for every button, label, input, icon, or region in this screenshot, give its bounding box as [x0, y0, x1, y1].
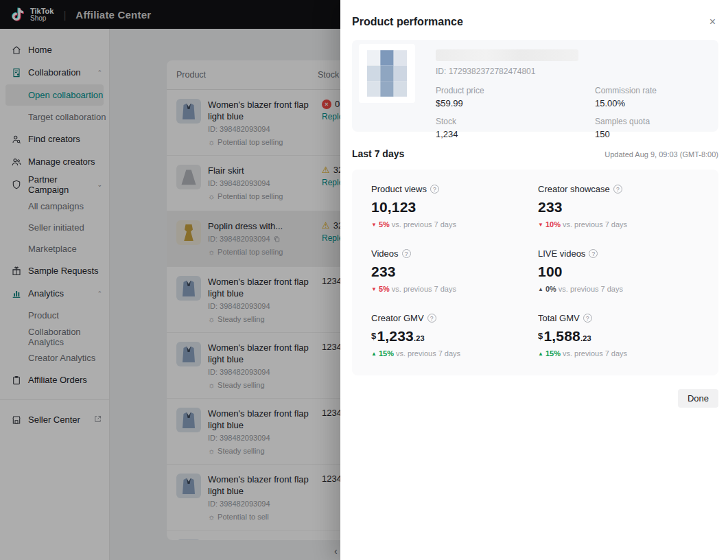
- stat-product-views: Product views? 10,123 ▼5%vs. previous 7 …: [371, 184, 538, 229]
- trend-up-icon: ▲: [538, 286, 543, 292]
- product-name-skeleton: [436, 49, 578, 61]
- help-icon[interactable]: ?: [430, 185, 439, 194]
- help-icon[interactable]: ?: [583, 314, 592, 323]
- commission-rate: Commission rate 15.00%: [595, 86, 710, 108]
- modal-scrim: [0, 0, 340, 560]
- stat-total-gmv: Total GMV? $1,588.23 ▲15%vs. previous 7 …: [538, 313, 705, 358]
- product-performance-drawer: Product performance × ID: 17293823727824…: [340, 0, 728, 560]
- help-icon[interactable]: ?: [402, 249, 411, 258]
- stat-creator-showcase: Creator showcase? 233 ▼10%vs. previous 7…: [538, 184, 705, 229]
- period-label: Last 7 days: [352, 148, 404, 159]
- trend-up-icon: ▲: [371, 351, 377, 357]
- trend-down-icon: ▼: [371, 286, 377, 292]
- product-info-card: ID: 1729382372782474801 Product price $5…: [352, 40, 718, 132]
- product-thumbnail: [359, 44, 415, 103]
- done-button[interactable]: Done: [678, 389, 718, 408]
- product-id: ID: 1729382372782474801: [436, 67, 710, 76]
- stat-live-videos: LIVE videos? 100 ▲0%vs. previous 7 days: [538, 248, 705, 293]
- samples-quota: Samples quota 150: [595, 117, 710, 139]
- help-icon[interactable]: ?: [589, 249, 598, 258]
- help-icon[interactable]: ?: [613, 185, 622, 194]
- trend-down-icon: ▼: [538, 222, 543, 228]
- product-stock: Stock 1,234: [436, 117, 595, 139]
- close-icon[interactable]: ×: [707, 15, 718, 29]
- stat-creator-gmv: Creator GMV? $1,233.23 ▲15%vs. previous …: [371, 313, 538, 358]
- help-icon[interactable]: ?: [427, 314, 436, 323]
- updated-timestamp: Updated Aug 9, 09:03 (GMT-8:00): [604, 150, 718, 159]
- stats-card: Product views? 10,123 ▼5%vs. previous 7 …: [352, 170, 718, 375]
- product-price: Product price $59.99: [436, 86, 595, 108]
- stat-videos: Videos? 233 ▼5%vs. previous 7 days: [371, 248, 538, 293]
- drawer-title: Product performance: [352, 16, 463, 28]
- trend-down-icon: ▼: [371, 222, 377, 228]
- trend-up-icon: ▲: [538, 351, 543, 357]
